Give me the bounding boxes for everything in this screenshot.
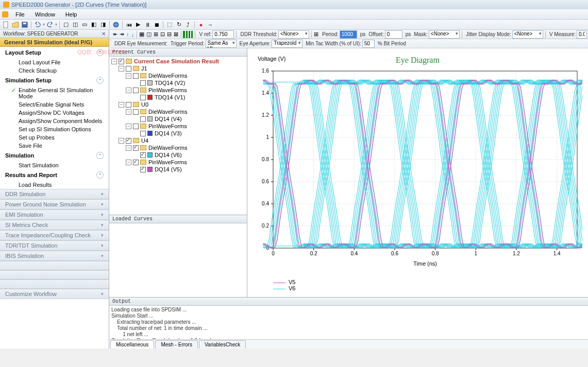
shape5-icon[interactable]: ◨ [99, 21, 107, 29]
ddr-sim-collapsed[interactable]: DDR Simulation [0, 189, 109, 199]
tab-mesh-errors[interactable]: Mesh - Errors [155, 340, 198, 348]
sim-setup-header[interactable]: Simulation Setup⌃ [0, 75, 109, 86]
tree-dq14-v5[interactable]: DQ14 (V5) [155, 166, 182, 172]
simulation-header[interactable]: Simulation⌃ [0, 150, 109, 161]
tree-checkbox[interactable] [119, 59, 124, 64]
tree-checkbox[interactable] [140, 167, 146, 172]
tree-tdq14-v2[interactable]: TDQ14 (V2) [155, 80, 185, 86]
tab-variables-check[interactable]: VariablesCheck [199, 340, 246, 348]
open-icon[interactable] [11, 21, 20, 29]
folder-icon [133, 138, 139, 143]
tree-dq14-v3[interactable]: DQ14 (V3) [155, 130, 182, 136]
tree-collapse-icon[interactable]: − [119, 66, 124, 72]
globe-icon[interactable] [112, 21, 120, 29]
tree-checkbox[interactable] [140, 131, 146, 136]
tree-collapse-icon[interactable]: − [126, 73, 131, 79]
menu-file[interactable]: File [10, 10, 30, 19]
tool2-icon[interactable]: ↻ [175, 21, 183, 29]
tree-checkbox[interactable] [140, 116, 146, 122]
ibis-sim-collapsed[interactable]: IBIS Simulation [0, 251, 109, 261]
load-layout-item[interactable]: Load Layout File [0, 58, 109, 66]
tree-collapse-icon[interactable]: − [119, 102, 124, 108]
tree-collapse-icon[interactable]: − [126, 88, 131, 93]
save-icon[interactable] [21, 21, 29, 29]
menu-help[interactable]: Help [60, 10, 82, 19]
check-stackup-item[interactable]: Check Stackup [0, 66, 109, 75]
enable-si-item[interactable]: Enable General SI Simulation Mode [0, 86, 109, 100]
tree-collapse-icon[interactable]: − [126, 124, 131, 129]
play-icon[interactable]: ▶ [134, 21, 142, 29]
dc-voltages-item[interactable]: Assign/Show DC Voltages [0, 109, 109, 117]
tree-pin[interactable]: PinWaveForms [148, 87, 187, 93]
pause-icon[interactable]: ⏸ [143, 21, 152, 29]
tree-checkbox[interactable] [133, 160, 139, 165]
tdr-sim-collapsed[interactable]: TDR/TDT Simulation [0, 240, 109, 251]
tree-j1[interactable]: J1 [141, 65, 147, 72]
svg-text:1.2: 1.2 [513, 251, 520, 256]
customize-workflow-collapsed[interactable]: Customize Workflow [0, 289, 109, 299]
save-file-item[interactable]: Save File [0, 142, 109, 150]
play-start-icon[interactable]: ⏮ [125, 21, 133, 29]
tab-miscellaneous[interactable]: Miscellaneous [110, 340, 154, 348]
emi-sim-collapsed[interactable]: EMI Simulation [0, 209, 109, 220]
results-header[interactable]: Results and Report⌃ [0, 169, 109, 181]
tree-checkbox[interactable] [126, 138, 131, 144]
tree-checkbox[interactable] [126, 102, 131, 108]
shape2-icon[interactable]: ◫ [71, 21, 79, 29]
tree-collapse-icon[interactable]: − [126, 160, 131, 165]
output-body[interactable]: Loading case file into SPDSIM ...Simulat… [109, 306, 588, 339]
si-options-item[interactable]: Set up SI Simulation Options [0, 125, 109, 133]
tree-checkbox[interactable] [140, 95, 146, 100]
load-results-item[interactable]: Load Results [0, 181, 109, 189]
tree-die[interactable]: DieWaveForms [148, 145, 187, 151]
tool1-icon[interactable]: ⬚ [165, 21, 174, 29]
tree-root[interactable]: Current Case Simulation Result [134, 58, 219, 64]
select-nets-item[interactable]: Select/Enable Signal Nets [0, 100, 109, 109]
new-icon[interactable] [2, 21, 10, 29]
tree-checkbox[interactable] [140, 80, 146, 86]
shape4-icon[interactable]: ◧ [90, 21, 98, 29]
tree-dq14-v6[interactable]: DQ14 (V6) [155, 152, 182, 158]
pgn-sim-collapsed[interactable]: Power Ground Noise Simulation [0, 199, 109, 209]
tree-u4[interactable]: U4 [141, 137, 148, 144]
comp-models-item[interactable]: Assign/Show Component Models [0, 117, 109, 125]
trace-imp-collapsed[interactable]: Trace Impedance/Coupling Check [0, 230, 109, 240]
tree-checkbox[interactable] [133, 88, 139, 93]
tree-die[interactable]: DieWaveForms [148, 73, 187, 79]
tree-collapse-icon[interactable]: − [111, 59, 117, 64]
tree-dq14-v4[interactable]: DQ14 (V4) [155, 116, 182, 122]
tree-checkbox[interactable] [133, 73, 139, 79]
tree-die[interactable]: DieWaveForms [148, 109, 187, 115]
si-metrics-collapsed[interactable]: SI Metrics Check [0, 220, 109, 230]
close-icon[interactable]: ✕ [102, 31, 106, 37]
arrow-icon[interactable]: → [206, 21, 214, 29]
start-sim-item[interactable]: Start Simulation [0, 161, 109, 169]
layout-setup-header[interactable]: Layout Setup⌃ [0, 47, 109, 58]
tree-u0[interactable]: U0 [141, 101, 148, 108]
active-workflow[interactable]: General SI Simulation (Ideal P/G) [0, 38, 109, 47]
tree-pin[interactable]: PinWaveForms [148, 123, 187, 129]
redo-icon[interactable] [46, 21, 54, 29]
record-icon[interactable]: ● [197, 21, 205, 29]
menu-window[interactable]: Window [30, 10, 60, 19]
shape3-icon[interactable]: ▭ [80, 21, 89, 29]
title-bar: SPEED2000 Generator - [2D Curves (Time V… [0, 0, 588, 9]
tree-checkbox[interactable] [140, 152, 146, 158]
tree-tdq14-v1[interactable]: TDQ14 (V1) [155, 94, 185, 100]
tool3-icon[interactable]: ⤴ [184, 21, 192, 29]
tree-collapse-icon[interactable]: − [126, 145, 131, 151]
undo-icon[interactable] [33, 21, 42, 29]
stop-icon[interactable]: ⏹ [153, 21, 161, 29]
tree-checkbox[interactable] [126, 66, 131, 72]
tree-collapse-icon[interactable]: − [119, 138, 124, 144]
tree-body[interactable]: −Current Case Simulation Result −J1 −Die… [109, 57, 247, 215]
svg-text:1: 1 [475, 251, 478, 256]
tree-checkbox[interactable] [133, 109, 139, 115]
tree-pin[interactable]: PinWaveForms [148, 159, 187, 165]
tree-checkbox[interactable] [133, 124, 139, 129]
eye-diagram-chart[interactable]: Voltage (V) Eye Diagram 00.20.40.60.811.… [247, 48, 588, 297]
probes-item[interactable]: Set up Probes [0, 133, 109, 142]
shape1-icon[interactable]: ▢ [62, 21, 70, 29]
tree-checkbox[interactable] [133, 145, 139, 151]
tree-collapse-icon[interactable]: − [126, 109, 131, 115]
